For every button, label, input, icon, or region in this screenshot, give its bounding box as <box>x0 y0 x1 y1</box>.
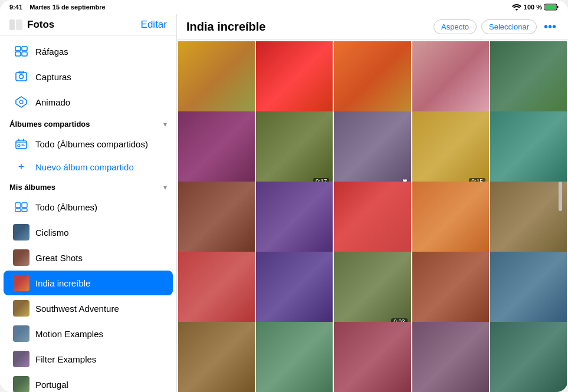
sidebar-scroll: Ráfagas Capturas <box>0 36 176 392</box>
sidebar: Fotos Editar <box>0 14 177 392</box>
photo-cell[interactable] <box>490 111 567 188</box>
india-thumbnail <box>13 275 29 291</box>
add-shared-icon: + <box>13 161 29 173</box>
photo-cell[interactable] <box>334 322 411 392</box>
india-label: India increíble <box>35 278 163 288</box>
my-albums-title: Mis álbumes <box>9 183 55 192</box>
todo-albums-label: Todo (Álbumes) <box>35 202 163 212</box>
svg-point-13 <box>19 100 23 104</box>
southwest-thumbnail <box>13 300 29 317</box>
capturas-icon <box>13 68 29 85</box>
photo-cell[interactable] <box>490 182 567 258</box>
shared-chevron-icon: ▾ <box>163 120 167 129</box>
svg-rect-17 <box>22 203 27 207</box>
my-albums-chevron-icon: ▾ <box>163 183 167 192</box>
header-actions: Aspecto Seleccionar ••• <box>434 19 559 35</box>
sidebar-item-todo-albums[interactable]: Todo (Álbumes) <box>4 195 173 219</box>
photo-cell[interactable]: ♥ <box>334 111 411 188</box>
sidebar-item-motion[interactable]: Motion Examples <box>4 321 173 346</box>
home-indicator <box>559 182 562 211</box>
photo-cell[interactable] <box>256 322 333 392</box>
portugal-label: Portugal <box>35 380 163 390</box>
photo-cell[interactable] <box>490 322 567 392</box>
all-albums-icon <box>13 199 29 215</box>
content-header: India increíble Aspecto Seleccionar ••• <box>177 14 568 40</box>
portugal-thumbnail <box>13 376 29 392</box>
great-shots-label: Great Shots <box>35 253 163 263</box>
more-button[interactable]: ••• <box>541 19 559 35</box>
photo-cell[interactable] <box>412 252 489 328</box>
ciclismo-label: Ciclismo <box>35 228 163 238</box>
status-bar: 9:41 Martes 15 de septiembre 100 % <box>0 0 568 14</box>
new-shared-label: Nuevo álbum compartido <box>35 162 134 172</box>
animado-label: Animado <box>35 97 163 107</box>
rafagas-icon <box>13 43 29 60</box>
content-area: India increíble Aspecto Seleccionar ••• … <box>177 14 568 392</box>
photo-cell[interactable]: 0:15 <box>412 111 489 188</box>
svg-rect-7 <box>15 52 21 56</box>
photo-cell[interactable] <box>412 322 489 392</box>
motion-thumbnail <box>13 325 29 342</box>
sidebar-item-great-shots[interactable]: Great Shots <box>4 245 173 270</box>
photo-cell[interactable] <box>178 182 255 258</box>
photo-cell[interactable] <box>334 41 411 118</box>
sidebar-item-rafagas[interactable]: Ráfagas <box>4 39 173 64</box>
svg-rect-5 <box>15 47 21 51</box>
photo-cell[interactable] <box>178 322 255 392</box>
southwest-label: Southwest Adventure <box>35 304 163 314</box>
great-shots-thumbnail <box>13 249 29 266</box>
svg-rect-18 <box>15 209 21 212</box>
sidebar-item-new-shared[interactable]: + Nuevo álbum compartido <box>4 157 173 177</box>
shared-albums-title: Álbumes compartidos <box>9 120 90 129</box>
status-time: 9:41 <box>9 4 22 11</box>
edit-button[interactable]: Editar <box>141 19 167 31</box>
sidebar-title: Fotos <box>27 19 54 31</box>
photo-cell[interactable] <box>256 182 333 258</box>
svg-rect-3 <box>9 19 15 30</box>
sidebar-item-southwest[interactable]: Southwest Adventure <box>4 296 173 321</box>
photo-cell[interactable] <box>412 41 489 118</box>
svg-rect-14 <box>16 141 27 149</box>
status-date: Martes 15 de septiembre <box>29 4 105 11</box>
svg-rect-4 <box>16 19 22 30</box>
svg-point-15 <box>18 144 20 147</box>
photo-cell[interactable] <box>412 182 489 258</box>
todo-shared-label: Todo (Álbumes compartidos) <box>35 139 163 149</box>
photo-cell[interactable] <box>256 252 333 328</box>
photo-cell[interactable] <box>256 41 333 118</box>
shared-albums-icon <box>13 136 29 152</box>
sidebar-item-animado[interactable]: Animado <box>4 90 173 114</box>
shared-albums-section-header: Álbumes compartidos ▾ <box>0 115 176 131</box>
sidebar-item-filter[interactable]: Filter Examples <box>4 347 173 371</box>
filter-label: Filter Examples <box>35 354 163 364</box>
sidebar-item-india[interactable]: India increíble <box>4 271 173 295</box>
sidebar-item-portugal[interactable]: Portugal <box>4 372 173 392</box>
sidebar-item-capturas[interactable]: Capturas <box>4 64 173 89</box>
svg-rect-1 <box>557 6 559 8</box>
photo-cell[interactable] <box>490 252 567 328</box>
svg-rect-2 <box>545 5 556 9</box>
sidebar-toggle-button[interactable] <box>9 19 22 30</box>
sidebar-item-todo-shared[interactable]: Todo (Álbumes compartidos) <box>4 131 173 156</box>
select-button[interactable]: Seleccionar <box>481 19 537 34</box>
my-albums-section-header: Mis álbumes ▾ <box>0 178 176 194</box>
photo-cell[interactable] <box>178 252 255 328</box>
photo-cell[interactable] <box>178 41 255 118</box>
svg-rect-6 <box>22 47 27 51</box>
wifi-icon <box>512 4 521 11</box>
aspect-button[interactable]: Aspecto <box>434 19 477 34</box>
photo-cell[interactable] <box>178 111 255 188</box>
rafagas-label: Ráfagas <box>35 47 163 57</box>
photo-cell[interactable] <box>490 41 567 118</box>
battery-text: 100 % <box>524 4 542 11</box>
photo-cell[interactable]: 0:17 <box>256 111 333 188</box>
photo-cell[interactable] <box>334 182 411 258</box>
motion-label: Motion Examples <box>35 329 163 339</box>
sidebar-item-ciclismo[interactable]: Ciclismo <box>4 220 173 245</box>
battery-icon <box>544 4 559 11</box>
svg-rect-16 <box>15 203 21 207</box>
album-title: India increíble <box>186 20 265 34</box>
ciclismo-thumbnail <box>13 224 29 241</box>
photo-cell[interactable]: 0:03 <box>334 252 411 328</box>
svg-rect-19 <box>22 209 27 212</box>
